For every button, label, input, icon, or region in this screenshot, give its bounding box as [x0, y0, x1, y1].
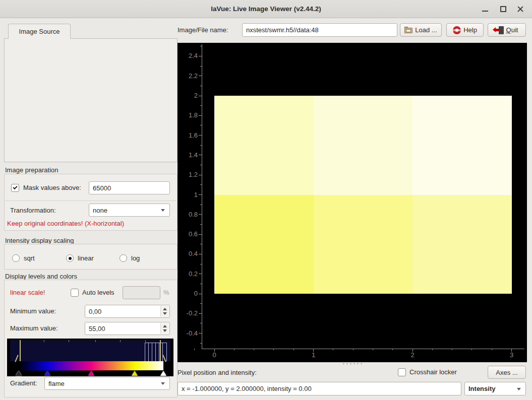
y-minor-tick	[200, 343, 202, 344]
maximum-value-label: Maximum value:	[10, 324, 58, 332]
y-tick	[199, 155, 202, 155]
scale-note: linear scale!	[10, 289, 45, 297]
x-tick-label: 2	[405, 351, 420, 359]
maximum-spin-arrows[interactable]	[160, 323, 169, 334]
heatmap-cell	[314, 195, 413, 294]
crosshair-locker-label: Crosshair locker	[409, 368, 457, 376]
gradient-tick-marker[interactable]	[160, 371, 166, 376]
auto-levels-checkbox[interactable]	[71, 289, 79, 297]
levels-histogram-widget[interactable]	[7, 339, 173, 376]
intensity-scaling-title: Intensity display scaling	[5, 237, 74, 244]
crosshair-locker-checkbox[interactable]	[398, 368, 406, 376]
tab-image-source-label: Image Source	[19, 28, 60, 35]
separator	[5, 201, 176, 201]
minimize-button[interactable]	[478, 3, 492, 15]
x-minor-tick	[471, 349, 472, 350]
minimum-value-spinbox[interactable]: 0,00	[85, 305, 170, 318]
region-max-handle[interactable]	[160, 340, 161, 361]
y-tick	[199, 333, 202, 334]
mask-checkbox[interactable]	[11, 184, 19, 192]
y-tick-label: 0	[178, 290, 198, 298]
percent-label: %	[163, 289, 169, 297]
gradient-tick-marker[interactable]	[44, 371, 50, 376]
y-tick-label: 2	[178, 92, 198, 100]
y-tick	[199, 135, 202, 136]
check-icon	[13, 185, 17, 189]
quit-button[interactable]: Quit	[488, 23, 526, 37]
help-button[interactable]: Help	[446, 23, 484, 37]
x-minor-tick	[273, 349, 274, 350]
radio-sqrt[interactable]	[12, 254, 20, 262]
y-tick-label: 2.2	[178, 72, 198, 80]
auto-levels-percent-input	[123, 286, 160, 299]
titlebar: laVue: Live Image Viewer (v2.44.2)	[0, 0, 532, 18]
x-tick-label: 1	[306, 351, 321, 359]
transformation-combo[interactable]: none	[89, 204, 170, 217]
pixel-position-label: Pixel position and intensity:	[178, 369, 257, 377]
heatmap-cell	[214, 96, 314, 195]
gradient-tick-marker[interactable]	[132, 371, 138, 376]
heatmap-cell	[412, 195, 512, 294]
gradient-combo[interactable]: flame	[44, 377, 170, 390]
y-minor-tick	[200, 105, 202, 106]
exit-door-icon	[496, 26, 504, 34]
minimum-spin-arrows[interactable]	[160, 306, 169, 317]
load-button[interactable]: Load ...	[400, 23, 442, 37]
y-minor-tick	[200, 303, 202, 304]
x-minor-tick	[373, 349, 373, 350]
mask-label: Mask values above:	[23, 184, 81, 192]
auto-levels-label: Auto levels	[82, 289, 114, 297]
image-source-panel	[4, 38, 178, 162]
x-minor-tick	[293, 349, 294, 350]
radio-linear[interactable]	[66, 254, 74, 262]
histogram-plot	[10, 340, 170, 361]
radio-sqrt-label: sqrt	[24, 254, 35, 262]
colormap-bar	[19, 361, 163, 370]
gradient-tick-marker[interactable]	[16, 371, 22, 376]
image-plot-canvas[interactable]: 2.42.221.81.61.41.210.80.60.40.20-0.2-0.…	[178, 43, 527, 362]
maximize-button[interactable]	[496, 3, 510, 15]
x-minor-tick	[432, 349, 433, 350]
x-minor-tick	[234, 349, 234, 350]
lavue-window: laVue: Live Image Viewer (v2.44.2) Image…	[0, 0, 532, 400]
y-tick-label: 1.6	[178, 131, 198, 140]
tab-image-source[interactable]: Image Source	[8, 24, 71, 39]
axes-button[interactable]: Axes ...	[488, 366, 526, 379]
mask-value-input[interactable]: 65000	[89, 181, 170, 194]
y-tick-label: 1.2	[178, 171, 198, 179]
y-minor-tick	[200, 284, 202, 284]
channel-combo[interactable]: Intensity	[464, 382, 526, 395]
radio-log[interactable]	[120, 254, 127, 262]
y-minor-tick	[200, 264, 202, 264]
radio-linear-label: linear	[78, 254, 94, 262]
window-title: laVue: Live Image Viewer (v2.44.2)	[0, 5, 532, 13]
region-min-handle[interactable]	[20, 340, 21, 361]
pixel-position-field[interactable]: x = -1.000000, y = 2.000000, intensity =…	[178, 382, 461, 395]
y-tick	[199, 115, 202, 116]
image-file-name-input[interactable]: nxstest/swmr.h5//data:48	[242, 23, 397, 37]
gradient-tick-marker[interactable]	[88, 371, 94, 376]
x-minor-tick	[333, 349, 333, 350]
lifebuoy-icon	[453, 26, 461, 34]
y-minor-tick	[200, 86, 202, 86]
y-minor-tick	[200, 66, 202, 66]
close-button[interactable]	[513, 3, 527, 15]
y-minor-tick	[200, 224, 202, 225]
y-tick	[199, 234, 202, 235]
y-tick-label: -0.4	[178, 329, 198, 338]
x-minor-tick	[392, 349, 393, 350]
x-minor-tick	[254, 349, 254, 350]
splitter-handle[interactable]	[342, 363, 364, 365]
maximum-value-spinbox[interactable]: 55,00	[85, 322, 170, 335]
y-tick-label: -0.2	[178, 309, 198, 317]
y-minor-tick	[200, 145, 202, 146]
image-file-name-label: Image/File name:	[178, 26, 228, 34]
x-minor-tick	[492, 349, 492, 350]
display-levels-title: Display levels and colors	[5, 273, 77, 280]
y-tick	[199, 254, 202, 254]
heatmap-cell	[314, 96, 413, 195]
x-minor-tick	[452, 349, 452, 350]
y-tick	[199, 76, 202, 76]
minimum-value-label: Minimum value:	[10, 307, 56, 315]
image-preparation-title: Image preparation	[5, 166, 58, 174]
